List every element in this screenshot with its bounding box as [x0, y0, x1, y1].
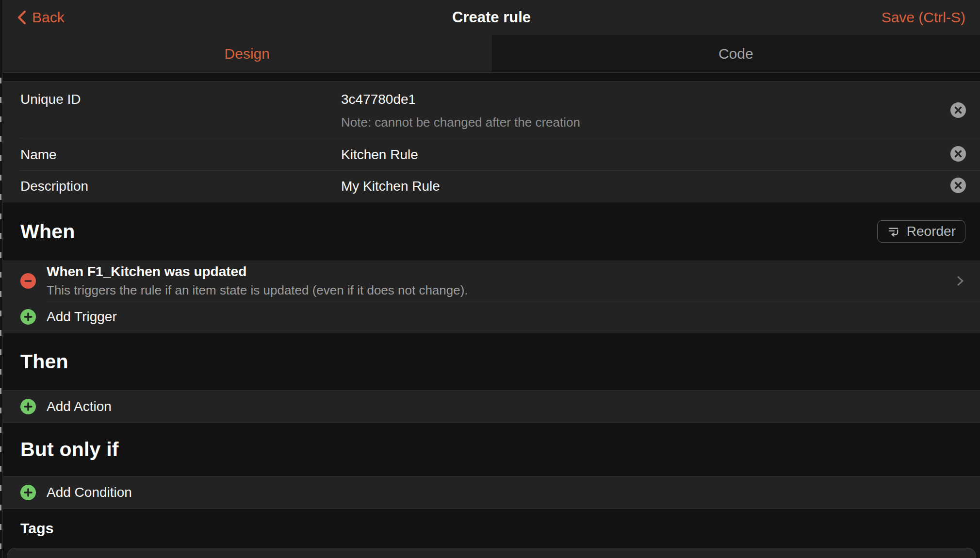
name-value[interactable]: Kitchen Rule — [341, 147, 939, 163]
clear-unique-id-button[interactable] — [950, 102, 966, 120]
navbar: Back Create rule Save (Ctrl-S) — [3, 0, 980, 35]
name-label: Name — [20, 147, 341, 163]
trigger-title: When F1_Kitchen was updated — [47, 264, 946, 279]
tabbar: Design Code — [3, 35, 980, 73]
add-icon — [20, 309, 36, 325]
then-title: Then — [20, 350, 68, 373]
remove-trigger-icon[interactable] — [20, 273, 36, 289]
semantic-class-row[interactable]: Semantic Class None — [7, 548, 976, 558]
triggers-list: When F1_Kitchen was updated This trigger… — [3, 261, 980, 333]
but-only-if-section-header: But only if — [3, 423, 980, 476]
add-icon — [20, 399, 36, 414]
clear-icon — [950, 177, 966, 196]
conditions-list: Add Condition — [3, 476, 980, 509]
clear-description-button[interactable] — [950, 177, 966, 196]
add-condition-label: Add Condition — [47, 485, 132, 500]
reorder-icon — [887, 225, 900, 238]
name-row[interactable]: Name Kitchen Rule — [3, 139, 980, 170]
unique-id-note: Note: cannot be changed after the creati… — [341, 115, 939, 130]
unique-id-row[interactable]: Unique ID 3c47780de1 Note: cannot be cha… — [3, 82, 980, 139]
description-label: Description — [20, 179, 341, 194]
tab-design[interactable]: Design — [3, 35, 491, 72]
when-title: When — [20, 220, 75, 243]
add-condition-button[interactable]: Add Condition — [3, 476, 980, 509]
left-edge-sliver — [0, 0, 3, 558]
description-row[interactable]: Description My Kitchen Rule — [3, 170, 980, 202]
tab-code[interactable]: Code — [491, 35, 980, 72]
add-trigger-button[interactable]: Add Trigger — [3, 301, 980, 333]
save-button[interactable]: Save (Ctrl-S) — [882, 9, 965, 26]
create-rule-page: Back Create rule Save (Ctrl-S) Design Co… — [3, 0, 980, 558]
rule-form-list: Unique ID 3c47780de1 Note: cannot be cha… — [3, 81, 980, 202]
actions-list: Add Action — [3, 390, 980, 423]
description-value[interactable]: My Kitchen Rule — [341, 179, 939, 194]
tags-title: Tags — [20, 520, 54, 537]
clear-icon — [950, 146, 966, 164]
tags-section-header: Tags — [3, 509, 980, 548]
reorder-label: Reorder — [907, 224, 956, 239]
unique-id-value[interactable]: 3c47780de1 — [341, 92, 939, 107]
unique-id-label: Unique ID — [20, 92, 341, 107]
then-section-header: Then — [3, 333, 980, 390]
page-title: Create rule — [3, 9, 980, 26]
add-action-label: Add Action — [47, 399, 112, 414]
chevron-right-icon — [954, 274, 966, 288]
add-trigger-label: Add Trigger — [47, 309, 117, 325]
when-section-header: When Reorder — [3, 202, 980, 261]
add-icon — [20, 485, 36, 500]
reorder-button[interactable]: Reorder — [877, 220, 965, 243]
but-only-if-title: But only if — [20, 438, 119, 461]
clear-icon — [950, 102, 966, 120]
trigger-item[interactable]: When F1_Kitchen was updated This trigger… — [3, 261, 980, 301]
trigger-subtitle: This triggers the rule if an item state … — [47, 283, 946, 298]
clear-name-button[interactable] — [950, 146, 966, 164]
add-action-button[interactable]: Add Action — [3, 391, 980, 423]
